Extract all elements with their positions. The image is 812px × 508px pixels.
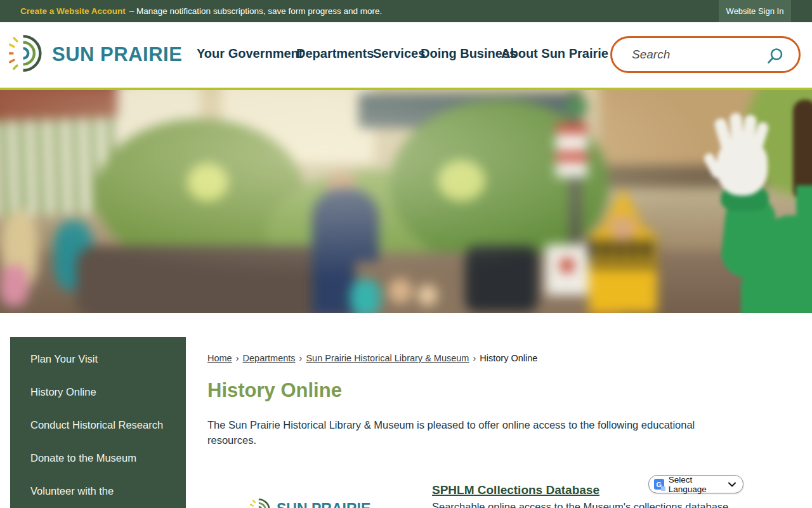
- page: Create a Website Account – Manage notifi…: [0, 0, 812, 508]
- hero-image: [0, 90, 812, 313]
- nav-services[interactable]: Services: [373, 46, 425, 61]
- language-select[interactable]: G Select Language: [648, 475, 743, 493]
- breadcrumb-home[interactable]: Home: [207, 353, 232, 363]
- nav-departments[interactable]: Departments: [296, 46, 374, 61]
- utility-bar: Create a Website Account – Manage notifi…: [0, 0, 812, 22]
- breadcrumb: Home›Departments›Sun Prairie Historical …: [207, 353, 537, 363]
- sun-logo-icon-small: [250, 497, 270, 508]
- section-sidebar: Plan Your Visit History Online Conduct H…: [10, 337, 186, 508]
- search-input[interactable]: [612, 48, 749, 62]
- sidebar-item-volunteer[interactable]: Volunteer with the: [10, 474, 186, 507]
- google-translate-icon: G: [654, 479, 664, 490]
- resource-description: Searchable online access to the Museum's…: [432, 501, 762, 508]
- hero-mascot-figure: [0, 90, 812, 313]
- logo-wordmark: SUN PRAIRIE: [52, 43, 182, 66]
- sidebar-item-plan-your-visit[interactable]: Plan Your Visit: [10, 342, 186, 375]
- search-box: [610, 36, 801, 73]
- chevron-down-icon: [728, 482, 736, 487]
- breadcrumb-sphlm[interactable]: Sun Prairie Historical Library & Museum: [306, 353, 469, 363]
- page-title: History Online: [207, 379, 342, 402]
- breadcrumb-separator: ›: [296, 353, 306, 363]
- breadcrumb-separator: ›: [232, 353, 243, 363]
- sidebar-item-donate-to-the-museum[interactable]: Donate to the Museum: [10, 441, 186, 474]
- sun-logo-icon: [9, 32, 42, 77]
- sidebar-item-conduct-historical-research[interactable]: Conduct Historical Research: [10, 408, 186, 441]
- site-logo[interactable]: SUN PRAIRIE: [9, 32, 182, 77]
- create-account-link[interactable]: Create a Website Account: [20, 6, 126, 16]
- resource-logo[interactable]: SUN PRAIRIE: [250, 497, 370, 508]
- resource-logo-wordmark: SUN PRAIRIE: [277, 500, 370, 508]
- lime-divider: [0, 88, 812, 90]
- breadcrumb-departments[interactable]: Departments: [243, 353, 296, 363]
- sphlm-collections-database-link[interactable]: SPHLM Collections Database: [432, 483, 599, 497]
- breadcrumb-current: History Online: [480, 353, 537, 363]
- breadcrumb-separator: ›: [469, 353, 480, 363]
- site-header: SUN PRAIRIE Your Government Departments …: [0, 22, 812, 88]
- intro-paragraph: The Sun Prairie Historical Library & Mus…: [207, 418, 743, 448]
- website-sign-in-button[interactable]: Website Sign In: [719, 0, 791, 22]
- nav-about-sun-prairie[interactable]: About Sun Prairie: [501, 46, 608, 61]
- sidebar-item-history-online[interactable]: History Online: [10, 375, 186, 408]
- search-icon[interactable]: [766, 48, 783, 67]
- language-select-label: Select Language: [669, 475, 728, 494]
- nav-your-government[interactable]: Your Government: [197, 46, 303, 61]
- account-tagline: – Manage notification subscriptions, sav…: [129, 6, 382, 16]
- utility-text: Create a Website Account – Manage notifi…: [20, 0, 382, 22]
